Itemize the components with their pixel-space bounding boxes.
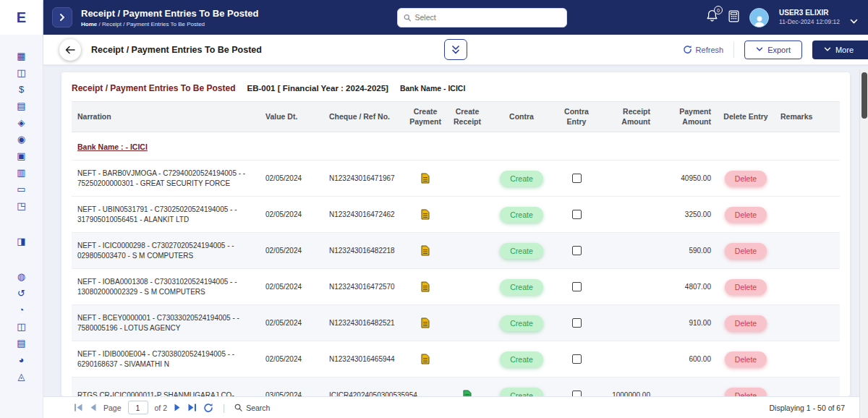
calculator-button[interactable] — [728, 10, 739, 25]
institution-icon[interactable]: ◫ — [17, 318, 25, 335]
bank-group-label[interactable]: Bank Name : - ICICI — [77, 142, 148, 151]
expand-sidebar-button[interactable] — [52, 7, 72, 27]
create-contra-button[interactable]: Create — [500, 171, 543, 187]
calendar-icon[interactable]: ▣ — [17, 148, 25, 164]
export-label: Export — [767, 46, 791, 54]
vertical-scrollbar[interactable] — [859, 69, 868, 418]
delete-entry-button[interactable]: Delete — [725, 388, 767, 396]
reports-icon[interactable]: ▤ — [17, 98, 25, 114]
table-search-button[interactable]: Search — [234, 404, 270, 412]
breadcrumb-home[interactable]: Home — [81, 21, 97, 27]
delete-entry-button[interactable]: Delete — [725, 171, 767, 187]
expand-all-button[interactable] — [444, 39, 467, 60]
create-payment-cell — [404, 278, 446, 295]
users-icon[interactable]: ◍ — [17, 268, 25, 285]
last-page-button[interactable] — [187, 404, 197, 411]
contra-entry-checkbox[interactable] — [572, 282, 582, 291]
prev-page-button[interactable] — [90, 404, 97, 411]
user-name: USER3 ELIXIR — [779, 9, 840, 18]
vehicle-icon[interactable]: ◨ — [17, 233, 25, 249]
network-icon[interactable]: ◕ — [19, 351, 25, 368]
prev-page-icon — [90, 404, 97, 411]
global-search-input[interactable] — [414, 13, 561, 22]
contra-entry-checkbox[interactable] — [572, 174, 582, 183]
logo-block[interactable]: E — [0, 0, 43, 35]
delete-entry-button[interactable]: Delete — [725, 279, 767, 295]
narration-cell: NEFT - IDIB000E004 - C73038020524194005 … — [72, 346, 258, 372]
col-contra-entry: Contra Entry — [555, 102, 598, 132]
panel-header: Receipt / Payment Entries To Be Posted E… — [72, 72, 840, 101]
next-page-button[interactable] — [174, 404, 181, 411]
payment-doc-icon[interactable] — [421, 354, 430, 364]
ledger-icon[interactable]: ▥ — [17, 164, 25, 181]
payment-doc-icon[interactable] — [421, 209, 430, 220]
breadcrumb[interactable]: Home / Receipt / Payment Entries To Be P… — [81, 21, 258, 27]
page-count-label: of 2 — [155, 404, 168, 412]
main-area: Receipt / Payment Entries To Be Posted H… — [43, 0, 868, 418]
create-contra-button[interactable]: Create — [500, 388, 543, 396]
create-contra-button[interactable]: Create — [500, 315, 543, 331]
search-icon — [234, 404, 242, 411]
table-row: NEFT - ICIC0000298 - C73027020524194005 … — [72, 233, 840, 269]
contra-entry-checkbox[interactable] — [572, 391, 582, 396]
payment-doc-icon[interactable] — [421, 281, 430, 292]
col-delete-entry: Delete Entry — [717, 102, 775, 132]
contra-entry-checkbox[interactable] — [572, 246, 582, 255]
delete-entry-button[interactable]: Delete — [725, 315, 767, 331]
toolbar-center — [444, 39, 467, 60]
masters-icon[interactable]: ◫ — [17, 64, 25, 81]
financial-year-label: EB-001 [ Financial Year : 2024-2025] — [247, 84, 388, 93]
first-page-button[interactable] — [74, 404, 83, 411]
contra-entry-checkbox[interactable] — [572, 210, 582, 219]
payment-amount-cell: 3250.00 — [656, 207, 717, 223]
create-contra-button[interactable]: Create — [500, 243, 543, 259]
user-avatar[interactable] — [749, 8, 769, 27]
card-icon[interactable]: ▭ — [17, 181, 25, 197]
table-row: NEFT - BARB0VJMOGA - C72940020524194005 … — [72, 161, 840, 197]
create-payment-cell — [404, 351, 446, 367]
create-contra-button[interactable]: Create — [500, 207, 543, 223]
delete-entry-button[interactable]: Delete — [725, 207, 767, 223]
finance-icon[interactable]: $ — [19, 81, 24, 98]
page-number-input[interactable] — [128, 401, 148, 414]
notifications-button[interactable]: 0 — [706, 9, 718, 25]
create-receipt-cell — [446, 170, 488, 187]
inventory-icon[interactable]: ◈ — [17, 114, 25, 131]
share-icon[interactable]: ◬ — [17, 368, 25, 385]
back-button[interactable] — [59, 39, 81, 61]
global-search[interactable] — [397, 8, 567, 27]
value-date-cell: 02/05/2024 — [260, 315, 323, 331]
receipt-amount-cell — [598, 284, 656, 290]
delete-entry-button[interactable]: Delete — [725, 243, 767, 259]
create-contra-button[interactable]: Create — [500, 279, 543, 295]
dashboard-icon[interactable]: ▦ — [17, 48, 25, 64]
refresh-button[interactable]: Refresh — [683, 45, 724, 54]
export-button[interactable]: Export — [744, 40, 802, 59]
history-icon[interactable]: ↺ — [17, 285, 25, 302]
contra-entry-checkbox[interactable] — [572, 354, 582, 364]
delete-entry-button[interactable]: Delete — [725, 351, 767, 367]
value-date-cell: 02/05/2024 — [260, 207, 323, 223]
bank-name-label: Bank Name - ICICI — [400, 84, 465, 93]
receipt-doc-icon[interactable] — [463, 390, 472, 396]
contra-entry-checkbox[interactable] — [572, 318, 582, 328]
reload-list-button[interactable] — [203, 403, 213, 413]
payment-doc-icon[interactable] — [421, 173, 430, 184]
scrollbar-thumb[interactable] — [861, 72, 867, 119]
create-receipt-cell — [446, 351, 488, 367]
user-icon[interactable]: ◉ — [17, 131, 25, 148]
monitor-icon[interactable]: ◳ — [17, 197, 25, 214]
breadcrumb-rest: / Receipt / Payment Entries To Be Posted — [97, 21, 205, 27]
more-button[interactable]: More — [812, 40, 868, 59]
next-page-icon — [174, 404, 181, 411]
contra-entry-cell — [555, 315, 598, 330]
user-menu-button[interactable] — [850, 14, 858, 27]
payment-doc-icon[interactable] — [421, 245, 430, 256]
documents-icon[interactable]: ▤ — [17, 335, 25, 351]
chevron-down-icon — [850, 19, 858, 25]
toolbar-actions: Refresh Export More — [683, 40, 868, 59]
create-contra-button[interactable]: Create — [500, 351, 543, 367]
payment-doc-icon[interactable] — [421, 317, 430, 328]
chat-icon[interactable]: ◔ — [19, 302, 25, 318]
user-info[interactable]: USER3 ELIXIR 11-Dec-2024 12:09:12 — [779, 9, 840, 25]
